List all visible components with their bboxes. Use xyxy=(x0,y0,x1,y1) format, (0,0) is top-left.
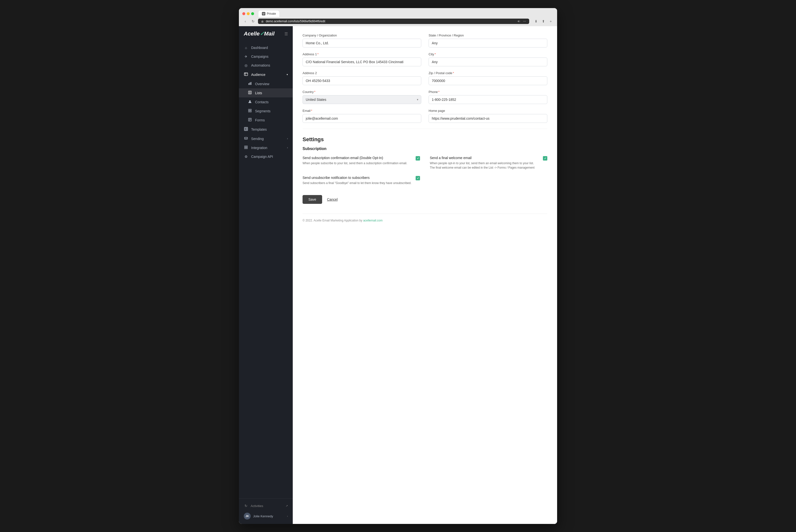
sidebar-item-forms[interactable]: Forms xyxy=(239,115,293,125)
svg-rect-0 xyxy=(261,21,263,22)
opt-in-desc: When people subscribe to your list, send… xyxy=(303,161,412,166)
templates-icon xyxy=(244,127,248,132)
welcome-label: Send a final welcome email xyxy=(430,156,539,160)
sidebar-logo: Acelle✓Mail ☰ xyxy=(239,26,293,41)
unsubscribe-label: Send unsubscribe notification to subscri… xyxy=(303,176,412,179)
country-label: Country* xyxy=(303,90,421,94)
more-icon xyxy=(523,20,526,23)
footer-text: © 2022. Acelle Email Marketing Applicati… xyxy=(303,219,363,222)
zip-input[interactable] xyxy=(429,76,547,85)
sidebar-item-label: Overview xyxy=(255,82,269,86)
cancel-button[interactable]: Cancel xyxy=(327,197,338,202)
minimize-button[interactable] xyxy=(247,12,250,15)
sidebar-item-overview[interactable]: Overview xyxy=(239,79,293,88)
sidebar-item-label: Lists xyxy=(255,91,262,95)
footer-link[interactable]: acellemail.com xyxy=(363,219,383,222)
svg-rect-4 xyxy=(244,73,248,76)
zip-label: Zip / Postal code* xyxy=(429,71,547,75)
address2-label: Address 2 xyxy=(303,71,421,75)
required-star: * xyxy=(438,90,440,94)
sidebar: Acelle✓Mail ☰ ⌂ Dashboard ✈ Campaigns ◎ … xyxy=(239,26,293,524)
audience-icon xyxy=(244,72,248,77)
sidebar-navigation: ⌂ Dashboard ✈ Campaigns ◎ Automations Au… xyxy=(239,41,293,498)
homepage-label: Home page xyxy=(429,109,547,113)
sidebar-item-audience[interactable]: Audience ▾ xyxy=(239,70,293,79)
sidebar-item-automations[interactable]: ◎ Automations xyxy=(239,61,293,70)
country-select[interactable]: United States Canada United Kingdom xyxy=(303,95,421,104)
email-input[interactable] xyxy=(303,114,421,123)
homepage-input[interactable] xyxy=(429,114,547,123)
sending-icon xyxy=(244,136,248,141)
overview-icon xyxy=(248,82,252,86)
sidebar-item-lists[interactable]: Lists xyxy=(239,88,293,97)
svg-rect-26 xyxy=(246,129,247,130)
homepage-group: Home page xyxy=(429,109,547,123)
sidebar-item-campaign-api[interactable]: ⚙ Campaign API xyxy=(239,152,293,161)
new-tab-icon[interactable]: + xyxy=(548,18,554,24)
download-icon[interactable]: ⬇ xyxy=(533,18,539,24)
lists-icon xyxy=(248,91,252,95)
send-icon: ✈ xyxy=(244,55,248,58)
welcome-text: Send a final welcome email When people o… xyxy=(430,156,539,170)
content-area: Company / Organization State / Province … xyxy=(293,26,557,524)
home-icon: ⌂ xyxy=(244,46,248,50)
tab-favicon: M xyxy=(262,12,265,15)
close-button[interactable] xyxy=(242,12,245,15)
state-province-input[interactable] xyxy=(429,39,547,48)
state-province-label: State / Province / Region xyxy=(429,34,547,37)
automations-icon: ◎ xyxy=(244,63,248,67)
address1-label: Address 1* xyxy=(303,52,421,56)
phone-input[interactable] xyxy=(429,95,547,104)
url-text: demo.acellemail.com/lists/5966ef9d994f6/… xyxy=(266,20,325,23)
sidebar-item-sending[interactable]: Sending › xyxy=(239,134,293,143)
browser-tab[interactable]: M Private xyxy=(259,11,279,17)
city-group: City* xyxy=(429,52,547,66)
sidebar-item-label: Audience xyxy=(251,73,265,77)
sidebar-item-contacts[interactable]: Contacts xyxy=(239,97,293,107)
sidebar-item-dashboard[interactable]: ⌂ Dashboard xyxy=(239,43,293,52)
save-button[interactable]: Save xyxy=(303,195,322,204)
address2-input[interactable] xyxy=(303,76,421,85)
unsubscribe-desc: Send subscribers a final "Goodbye" email… xyxy=(303,181,412,185)
opt-in-checkbox[interactable] xyxy=(416,156,420,160)
company-org-label: Company / Organization xyxy=(303,34,421,37)
svg-rect-17 xyxy=(248,111,250,112)
external-link-icon: ↗ xyxy=(286,504,288,508)
city-input[interactable] xyxy=(429,57,547,66)
opt-in-label: Send subscription confirmation email (Do… xyxy=(303,156,412,160)
sidebar-item-label: Contacts xyxy=(255,100,268,104)
address1-group: Address 1* xyxy=(303,52,421,66)
back-button[interactable]: ‹ xyxy=(242,18,248,24)
sidebar-item-label: Segments xyxy=(255,109,270,113)
sidebar-item-segments[interactable]: Segments xyxy=(239,107,293,115)
phone-label: Phone* xyxy=(429,90,547,94)
sidebar-item-label: Sending xyxy=(251,137,264,141)
logo: Acelle✓Mail xyxy=(244,31,274,37)
sidebar-item-campaigns[interactable]: ✈ Campaigns xyxy=(239,52,293,61)
address1-input[interactable] xyxy=(303,57,421,66)
welcome-checkbox[interactable] xyxy=(543,156,547,160)
user-profile-item[interactable]: JK Jolie Kennedy › xyxy=(239,510,293,522)
traffic-lights xyxy=(242,12,254,15)
company-org-input[interactable] xyxy=(303,39,421,48)
svg-rect-30 xyxy=(245,148,246,149)
sidebar-toggle[interactable]: ☰ xyxy=(284,32,288,36)
unsubscribe-checkbox[interactable] xyxy=(416,176,420,180)
svg-rect-28 xyxy=(245,146,246,147)
svg-rect-24 xyxy=(245,128,246,130)
sidebar-footer: ↻ Activities ↗ JK Jolie Kennedy › xyxy=(239,498,293,524)
welcome-desc: When people opt-in to your list, send th… xyxy=(430,161,539,170)
sidebar-item-templates[interactable]: Templates xyxy=(239,125,293,134)
address-bar[interactable]: demo.acellemail.com/lists/5966ef9d994f6/… xyxy=(258,19,529,24)
svg-rect-31 xyxy=(246,148,247,149)
sidebar-item-label: Templates xyxy=(251,128,267,131)
chevron-down-icon: ▾ xyxy=(287,73,288,76)
sidebar-item-integration[interactable]: Integration › xyxy=(239,143,293,152)
svg-point-1 xyxy=(523,21,524,21)
contacts-icon xyxy=(248,100,252,104)
welcome-setting: Send a final welcome email When people o… xyxy=(430,156,547,170)
forward-button[interactable]: ↻ xyxy=(250,18,256,24)
maximize-button[interactable] xyxy=(251,12,254,15)
share-icon[interactable]: ⬆ xyxy=(541,18,546,24)
activities-item[interactable]: ↻ Activities ↗ xyxy=(239,501,293,510)
